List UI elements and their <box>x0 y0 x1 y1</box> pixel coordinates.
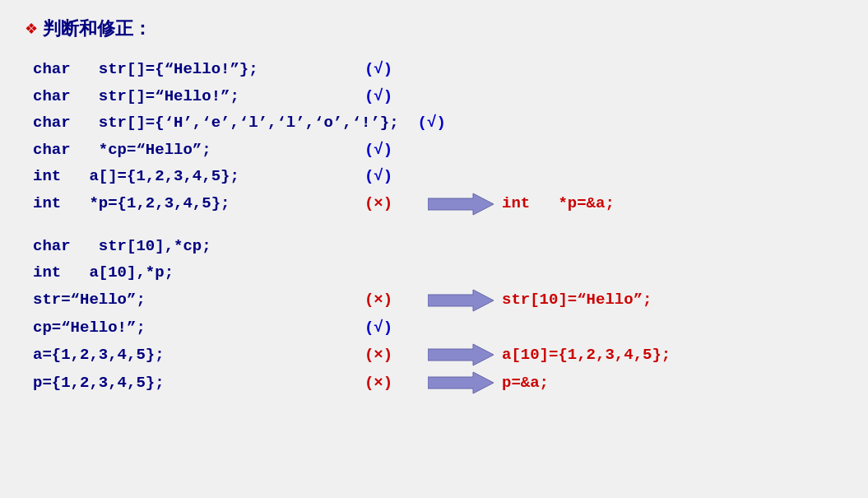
code-line-2: char str[]=“Hello!”; (√) <box>33 85 843 109</box>
code-line-7: str=“Hello”; (×) str[10]=“Hello”; <box>33 288 843 313</box>
verdict-2: (√) <box>346 85 411 109</box>
arrow-icon-10 <box>428 370 494 395</box>
decl-line-1: char str[10],*cp; <box>33 235 843 258</box>
decl-text-2: int a[10],*p; <box>33 261 346 285</box>
verdict-3: (√) <box>399 111 465 135</box>
verdict-5: (√) <box>346 165 411 188</box>
page-container: ❖ 判断和修正： char str[]={“Hello!”}; (√) char… <box>25 16 843 395</box>
code-text-1: char str[]={“Hello!”}; <box>33 58 346 81</box>
svg-marker-3 <box>428 372 494 393</box>
code-text-8: cp=“Hello!”; <box>33 316 346 340</box>
svg-marker-1 <box>428 290 494 311</box>
code-text-2: char str[]=“Hello!”; <box>33 85 346 109</box>
code-text-3: char str[]={‘H’,‘e’,‘l’,‘l’,‘o’,‘!’}; <box>33 111 399 135</box>
correction-text-6: int *p=&a; <box>502 192 615 216</box>
diamond-icon: ❖ <box>25 20 38 38</box>
code-text-5: int a[]={1,2,3,4,5}; <box>33 165 346 188</box>
arrow-icon-9 <box>428 342 494 367</box>
correction-text-10: p=&a; <box>502 371 549 395</box>
content-area: char str[]={“Hello!”}; (√) char str[]=“H… <box>25 58 843 395</box>
code-line-4: char *cp=“Hello”; (√) <box>33 138 843 162</box>
verdict-6: (×) <box>346 192 411 216</box>
verdict-9: (×) <box>346 343 411 367</box>
code-line-9: a={1,2,3,4,5}; (×) a[10]={1,2,3,4,5}; <box>33 342 843 367</box>
code-line-3: char str[]={‘H’,‘e’,‘l’,‘l’,‘o’,‘!’}; (√… <box>33 111 843 135</box>
arrow-correction-9: a[10]={1,2,3,4,5}; <box>428 342 671 367</box>
arrow-correction-7: str[10]=“Hello”; <box>428 288 652 313</box>
code-text-10: p={1,2,3,4,5}; <box>33 371 346 395</box>
decl-line-2: int a[10],*p; <box>33 261 843 285</box>
correction-text-9: a[10]={1,2,3,4,5}; <box>502 343 671 367</box>
code-text-9: a={1,2,3,4,5}; <box>33 343 346 367</box>
title-text: 判断和修正： <box>43 16 151 41</box>
code-line-10: p={1,2,3,4,5}; (×) p=&a; <box>33 370 843 395</box>
verdict-8: (√) <box>346 316 411 340</box>
verdict-10: (×) <box>346 371 411 395</box>
arrow-correction-10: p=&a; <box>428 370 549 395</box>
arrow-correction-6: int *p=&a; <box>428 192 615 216</box>
svg-marker-0 <box>428 193 494 215</box>
arrow-icon-6 <box>428 192 494 216</box>
code-line-5: int a[]={1,2,3,4,5}; (√) <box>33 165 843 188</box>
code-text-6: int *p={1,2,3,4,5}; <box>33 192 346 216</box>
svg-marker-2 <box>428 344 494 365</box>
code-line-6: int *p={1,2,3,4,5}; (×) int *p=&a; <box>33 192 843 216</box>
title-row: ❖ 判断和修正： <box>25 16 843 41</box>
verdict-7: (×) <box>346 288 411 312</box>
correction-text-7: str[10]=“Hello”; <box>502 288 652 312</box>
code-line-8: cp=“Hello!”; (√) <box>33 316 843 340</box>
code-text-4: char *cp=“Hello”; <box>33 138 346 162</box>
verdict-1: (√) <box>346 58 411 81</box>
verdict-4: (√) <box>346 138 411 162</box>
code-text-7: str=“Hello”; <box>33 288 346 312</box>
arrow-icon-7 <box>428 288 494 313</box>
decl-text-1: char str[10],*cp; <box>33 235 346 258</box>
spacer-1 <box>33 220 843 235</box>
code-line-1: char str[]={“Hello!”}; (√) <box>33 58 843 81</box>
